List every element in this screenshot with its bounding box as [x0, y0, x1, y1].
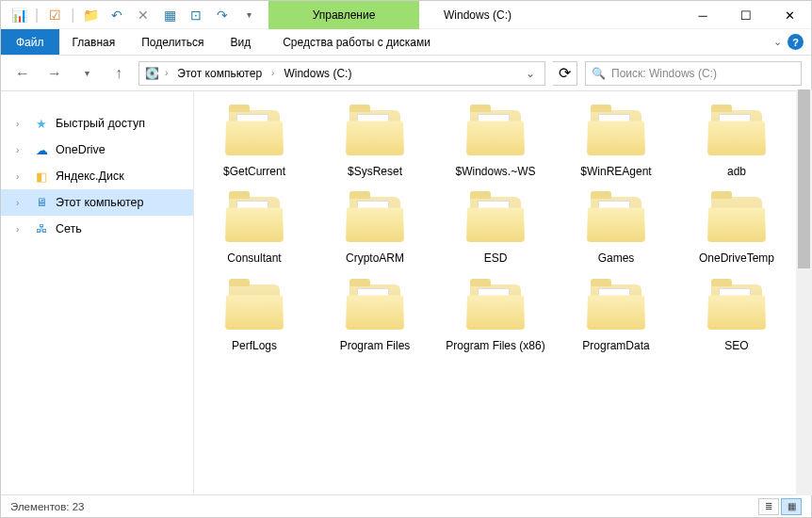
vertical-scrollbar[interactable] — [796, 89, 812, 495]
chevron-right-icon[interactable]: › — [16, 145, 27, 155]
tree-item-onedrive[interactable]: › ☁ OneDrive — [1, 137, 193, 163]
tab-home[interactable]: Главная — [59, 29, 129, 55]
chevron-right-icon[interactable]: › — [16, 198, 27, 208]
tree-item-этот-компьютер[interactable]: › 🖥 Этот компьютер — [1, 189, 193, 216]
folder-icon — [585, 283, 647, 335]
qat-newfolder-icon[interactable]: 📁 — [80, 5, 101, 25]
folder--winreagent[interactable]: $WinREAgent — [561, 105, 671, 182]
folder-label: Consultant — [227, 251, 281, 265]
folder-label: Games — [598, 251, 635, 265]
address-bar[interactable]: 💽 › Этот компьютер › Windows (C:) ⌄ — [138, 61, 545, 86]
folder-icon — [464, 283, 527, 335]
tree-item-label: Быстрый доступ — [56, 117, 145, 130]
breadcrumb-segment[interactable]: Windows (C:) — [280, 65, 355, 82]
chevron-right-icon[interactable]: › — [269, 68, 276, 78]
qat-dropdown-icon[interactable]: ▾ — [238, 5, 259, 25]
folder-label: CryptoARM — [346, 251, 404, 265]
tree-item-быстрый-доступ[interactable]: › ★ Быстрый доступ — [1, 110, 193, 137]
folder-programdata[interactable]: ProgramData — [561, 279, 671, 356]
qat-checkbox-icon[interactable]: ☑ — [44, 5, 65, 25]
folder-icon — [706, 283, 768, 335]
folder--sysreset[interactable]: $SysReset — [320, 105, 430, 182]
window-controls: ─ ☐ ✕ — [681, 1, 811, 29]
refresh-button[interactable]: ⟳ — [553, 61, 577, 86]
tree-item-сеть[interactable]: › 🖧 Сеть — [1, 216, 193, 242]
tab-drive-tools[interactable]: Средства работы с дисками — [269, 29, 444, 55]
chevron-right-icon[interactable]: › — [16, 224, 27, 235]
folder--getcurrent[interactable]: $GetCurrent — [200, 105, 309, 182]
chevron-right-icon[interactable]: › — [163, 68, 170, 78]
folder-esd[interactable]: ESD — [441, 191, 550, 268]
tree-item-label: Сеть — [56, 222, 82, 235]
tab-file[interactable]: Файл — [1, 29, 59, 55]
chevron-right-icon[interactable]: › — [16, 171, 27, 182]
search-input[interactable]: 🔍 Поиск: Windows (C:) — [585, 61, 802, 86]
status-items-label: Элементов: — [10, 501, 69, 512]
tree-item-label: Яндекс.Диск — [56, 170, 124, 183]
search-placeholder: Поиск: Windows (C:) — [611, 67, 717, 80]
folder-seo[interactable]: SEO — [682, 279, 791, 356]
folder-perflogs[interactable]: PerfLogs — [200, 279, 309, 356]
folder-program-files-x86-[interactable]: Program Files (x86) — [441, 279, 550, 356]
qat-properties-icon[interactable]: ▦ — [159, 5, 180, 25]
up-button[interactable]: ↑ — [106, 61, 131, 86]
navigation-pane: › ★ Быстрый доступ› ☁ OneDrive› ◧ Яндекс… — [1, 91, 194, 494]
minimize-button[interactable]: ─ — [681, 1, 724, 29]
folder-icon — [223, 108, 285, 161]
folder-icon — [464, 195, 527, 248]
tree-item-label: Этот компьютер — [56, 196, 143, 209]
folder-icon — [344, 195, 406, 248]
folder-label: $GetCurrent — [223, 165, 285, 178]
window-title: Windows (C:) — [444, 1, 512, 29]
tab-view[interactable]: Вид — [217, 29, 264, 55]
folder-icon — [344, 108, 406, 161]
folder-icon — [585, 108, 647, 161]
ribbon-expand-icon[interactable]: ⌄ — [773, 36, 782, 48]
scrollbar-thumb[interactable] — [798, 89, 810, 268]
forward-button[interactable]: → — [42, 61, 67, 86]
ribbon-tabs: Управление Windows (C:) ─ ☐ ✕ Файл Главн… — [1, 29, 811, 56]
contextual-header: Управление — [268, 1, 419, 29]
tree-item-яндекс.диск[interactable]: › ◧ Яндекс.Диск — [1, 163, 193, 189]
folder-label: $SysReset — [348, 165, 402, 178]
app-icon[interactable]: 📊 — [8, 5, 29, 25]
back-button[interactable]: ← — [10, 61, 35, 86]
folder-label: ESD — [484, 251, 508, 265]
status-items-count: 23 — [73, 501, 85, 512]
recent-dropdown-icon[interactable]: ▾ — [74, 61, 99, 86]
folder--windows-ws[interactable]: $Windows.~WS — [441, 105, 550, 182]
tab-share[interactable]: Поделиться — [128, 29, 217, 55]
folder-label: $WinREAgent — [580, 165, 651, 178]
qat-redo-icon[interactable]: ↷ — [212, 5, 233, 25]
folder-games[interactable]: Games — [561, 191, 671, 268]
folder-adb[interactable]: adb — [682, 105, 791, 182]
maximize-button[interactable]: ☐ — [724, 1, 768, 29]
network-icon: 🖧 — [33, 222, 50, 235]
search-icon: 🔍 — [592, 67, 606, 80]
close-button[interactable]: ✕ — [768, 1, 811, 29]
qat-undo-icon[interactable]: ↶ — [106, 5, 127, 25]
address-dropdown-icon[interactable]: ⌄ — [522, 67, 539, 80]
qat-delete-icon[interactable]: ✕ — [133, 5, 154, 25]
folder-onedrivetemp[interactable]: OneDriveTemp — [682, 191, 791, 268]
star-icon: ★ — [33, 117, 50, 131]
folder-label: OneDriveTemp — [699, 251, 774, 265]
breadcrumb-segment[interactable]: Этот компьютер — [173, 65, 266, 82]
folder-label: Program Files — [340, 339, 411, 352]
folder-cryptoarm[interactable]: CryptoARM — [320, 191, 430, 268]
folder-label: $Windows.~WS — [455, 165, 535, 178]
folder-icon — [706, 108, 768, 161]
folder-program-files[interactable]: Program Files — [320, 279, 430, 356]
folder-icon — [464, 108, 527, 161]
folder-icon — [344, 283, 406, 335]
help-icon[interactable]: ? — [788, 34, 804, 50]
qat-rename-icon[interactable]: ⊡ — [186, 5, 206, 25]
chevron-right-icon[interactable]: › — [16, 119, 27, 129]
drive-icon: 💽 — [145, 67, 159, 80]
folder-label: Program Files (x86) — [446, 339, 544, 352]
content-area[interactable]: $GetCurrent $SysReset $Windows.~WS $WinR… — [194, 91, 811, 494]
folder-label: ProgramData — [582, 339, 649, 352]
view-icons-button[interactable]: ▦ — [781, 498, 802, 515]
folder-consultant[interactable]: Consultant — [200, 191, 309, 268]
view-details-button[interactable]: ≣ — [758, 498, 779, 515]
